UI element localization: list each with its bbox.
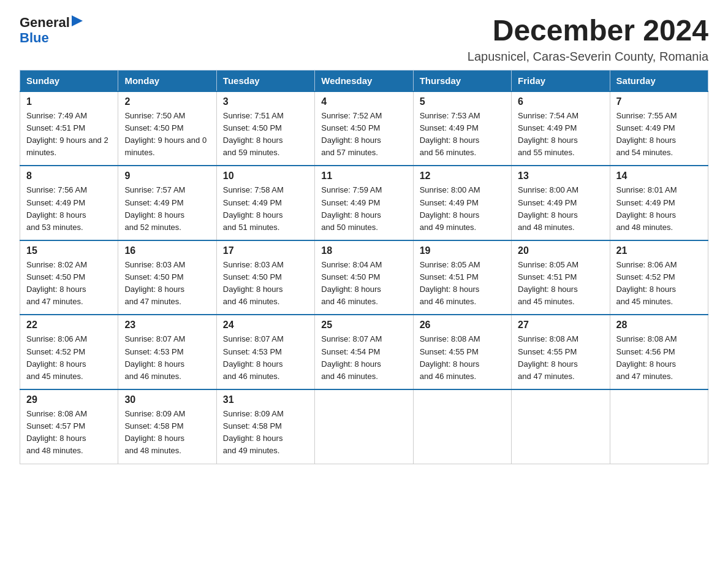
day-info: Sunrise: 7:51 AMSunset: 4:50 PMDaylight:… [223, 111, 284, 157]
logo-general: General [20, 15, 70, 30]
day-info: Sunrise: 8:08 AMSunset: 4:55 PMDaylight:… [518, 334, 578, 380]
day-info: Sunrise: 8:05 AMSunset: 4:51 PMDaylight:… [420, 260, 480, 306]
calendar-cell: 4 Sunrise: 7:52 AMSunset: 4:50 PMDayligh… [315, 91, 413, 166]
month-title: December 2024 [468, 15, 708, 47]
calendar-cell: 16 Sunrise: 8:03 AMSunset: 4:50 PMDaylig… [118, 240, 216, 315]
calendar-cell: 12 Sunrise: 8:00 AMSunset: 4:49 PMDaylig… [413, 166, 511, 240]
day-number: 24 [223, 320, 308, 331]
calendar-cell: 2 Sunrise: 7:50 AMSunset: 4:50 PMDayligh… [118, 91, 216, 166]
day-number: 29 [26, 394, 112, 405]
calendar-cell: 18 Sunrise: 8:04 AMSunset: 4:50 PMDaylig… [315, 240, 413, 315]
day-number: 12 [420, 170, 505, 182]
day-info: Sunrise: 8:01 AMSunset: 4:49 PMDaylight:… [616, 185, 677, 231]
day-number: 9 [124, 170, 210, 182]
calendar-cell: 3 Sunrise: 7:51 AMSunset: 4:50 PMDayligh… [216, 91, 314, 166]
day-number: 11 [321, 170, 406, 182]
calendar-cell: 22 Sunrise: 8:06 AMSunset: 4:52 PMDaylig… [20, 315, 118, 389]
calendar-cell: 21 Sunrise: 8:06 AMSunset: 4:52 PMDaylig… [610, 240, 708, 315]
calendar-cell: 29 Sunrise: 8:08 AMSunset: 4:57 PMDaylig… [20, 389, 118, 464]
calendar-cell: 19 Sunrise: 8:05 AMSunset: 4:51 PMDaylig… [413, 240, 511, 315]
calendar-cell: 31 Sunrise: 8:09 AMSunset: 4:58 PMDaylig… [216, 389, 314, 464]
calendar-cell: 7 Sunrise: 7:55 AMSunset: 4:49 PMDayligh… [610, 91, 708, 166]
day-number: 4 [321, 96, 406, 107]
day-number: 1 [26, 96, 112, 107]
day-number: 23 [124, 320, 210, 331]
calendar-header-sunday: Sunday [20, 70, 118, 91]
calendar-header-monday: Monday [118, 70, 216, 91]
day-info: Sunrise: 8:09 AMSunset: 4:58 PMDaylight:… [223, 409, 284, 455]
day-number: 16 [124, 245, 210, 256]
day-info: Sunrise: 8:07 AMSunset: 4:53 PMDaylight:… [223, 334, 284, 380]
calendar-cell: 24 Sunrise: 8:07 AMSunset: 4:53 PMDaylig… [216, 315, 314, 389]
calendar-cell: 8 Sunrise: 7:56 AMSunset: 4:49 PMDayligh… [20, 166, 118, 240]
calendar-cell: 17 Sunrise: 8:03 AMSunset: 4:50 PMDaylig… [216, 240, 314, 315]
day-info: Sunrise: 8:05 AMSunset: 4:51 PMDaylight:… [518, 260, 578, 306]
calendar-cell: 10 Sunrise: 7:58 AMSunset: 4:49 PMDaylig… [216, 166, 314, 240]
calendar-cell: 1 Sunrise: 7:49 AMSunset: 4:51 PMDayligh… [20, 91, 118, 166]
calendar-cell: 6 Sunrise: 7:54 AMSunset: 4:49 PMDayligh… [512, 91, 610, 166]
title-block: December 2024 Lapusnicel, Caras-Severin … [468, 15, 708, 64]
day-info: Sunrise: 7:55 AMSunset: 4:49 PMDaylight:… [616, 111, 677, 157]
logo-arrow-icon [72, 15, 83, 26]
day-info: Sunrise: 8:00 AMSunset: 4:49 PMDaylight:… [420, 185, 480, 231]
page-header: General Blue December 2024 Lapusnicel, C… [20, 15, 708, 64]
day-number: 21 [616, 245, 702, 256]
day-info: Sunrise: 8:03 AMSunset: 4:50 PMDaylight:… [223, 260, 284, 306]
calendar-cell: 9 Sunrise: 7:57 AMSunset: 4:49 PMDayligh… [118, 166, 216, 240]
day-info: Sunrise: 8:06 AMSunset: 4:52 PMDaylight:… [616, 260, 677, 306]
day-number: 22 [26, 320, 112, 331]
day-info: Sunrise: 7:50 AMSunset: 4:50 PMDaylight:… [124, 111, 207, 157]
day-number: 17 [223, 245, 308, 256]
day-number: 18 [321, 245, 406, 256]
day-number: 5 [420, 96, 505, 107]
day-number: 31 [223, 394, 308, 405]
logo-blue: Blue [20, 30, 49, 45]
day-info: Sunrise: 7:54 AMSunset: 4:49 PMDaylight:… [518, 111, 578, 157]
calendar-cell: 27 Sunrise: 8:08 AMSunset: 4:55 PMDaylig… [512, 315, 610, 389]
day-info: Sunrise: 7:57 AMSunset: 4:49 PMDaylight:… [124, 185, 185, 231]
day-number: 10 [223, 170, 308, 182]
calendar-header-thursday: Thursday [413, 70, 511, 91]
calendar-week-row: 8 Sunrise: 7:56 AMSunset: 4:49 PMDayligh… [20, 166, 708, 240]
calendar-header-tuesday: Tuesday [216, 70, 314, 91]
calendar-week-row: 15 Sunrise: 8:02 AMSunset: 4:50 PMDaylig… [20, 240, 708, 315]
day-number: 20 [518, 245, 603, 256]
calendar-header-saturday: Saturday [610, 70, 708, 91]
calendar-cell: 20 Sunrise: 8:05 AMSunset: 4:51 PMDaylig… [512, 240, 610, 315]
day-number: 19 [420, 245, 505, 256]
calendar-cell [315, 389, 413, 464]
calendar-cell: 15 Sunrise: 8:02 AMSunset: 4:50 PMDaylig… [20, 240, 118, 315]
day-number: 7 [616, 96, 702, 107]
day-info: Sunrise: 8:04 AMSunset: 4:50 PMDaylight:… [321, 260, 382, 306]
day-info: Sunrise: 7:59 AMSunset: 4:49 PMDaylight:… [321, 185, 382, 231]
location-title: Lapusnicel, Caras-Severin County, Romani… [468, 50, 708, 64]
day-info: Sunrise: 8:00 AMSunset: 4:49 PMDaylight:… [518, 185, 578, 231]
day-number: 26 [420, 320, 505, 331]
day-info: Sunrise: 8:09 AMSunset: 4:58 PMDaylight:… [124, 409, 185, 455]
calendar-cell [610, 389, 708, 464]
calendar-cell: 13 Sunrise: 8:00 AMSunset: 4:49 PMDaylig… [512, 166, 610, 240]
calendar-cell: 28 Sunrise: 8:08 AMSunset: 4:56 PMDaylig… [610, 315, 708, 389]
day-info: Sunrise: 7:53 AMSunset: 4:49 PMDaylight:… [420, 111, 480, 157]
calendar-cell: 23 Sunrise: 8:07 AMSunset: 4:53 PMDaylig… [118, 315, 216, 389]
calendar-table: SundayMondayTuesdayWednesdayThursdayFrid… [20, 70, 708, 464]
calendar-week-row: 1 Sunrise: 7:49 AMSunset: 4:51 PMDayligh… [20, 91, 708, 166]
day-info: Sunrise: 7:56 AMSunset: 4:49 PMDaylight:… [26, 185, 87, 231]
day-info: Sunrise: 8:08 AMSunset: 4:57 PMDaylight:… [26, 409, 87, 455]
day-info: Sunrise: 8:08 AMSunset: 4:56 PMDaylight:… [616, 334, 677, 380]
day-info: Sunrise: 7:52 AMSunset: 4:50 PMDaylight:… [321, 111, 382, 157]
day-number: 14 [616, 170, 702, 182]
day-info: Sunrise: 8:06 AMSunset: 4:52 PMDaylight:… [26, 334, 87, 380]
day-number: 2 [124, 96, 210, 107]
day-info: Sunrise: 8:03 AMSunset: 4:50 PMDaylight:… [124, 260, 185, 306]
day-number: 25 [321, 320, 406, 331]
day-info: Sunrise: 8:08 AMSunset: 4:55 PMDaylight:… [420, 334, 480, 380]
calendar-header-wednesday: Wednesday [315, 70, 413, 91]
calendar-cell: 14 Sunrise: 8:01 AMSunset: 4:49 PMDaylig… [610, 166, 708, 240]
day-info: Sunrise: 8:02 AMSunset: 4:50 PMDaylight:… [26, 260, 87, 306]
day-number: 28 [616, 320, 702, 331]
day-info: Sunrise: 7:58 AMSunset: 4:49 PMDaylight:… [223, 185, 284, 231]
day-number: 30 [124, 394, 210, 405]
calendar-header-friday: Friday [512, 70, 610, 91]
calendar-cell: 26 Sunrise: 8:08 AMSunset: 4:55 PMDaylig… [413, 315, 511, 389]
